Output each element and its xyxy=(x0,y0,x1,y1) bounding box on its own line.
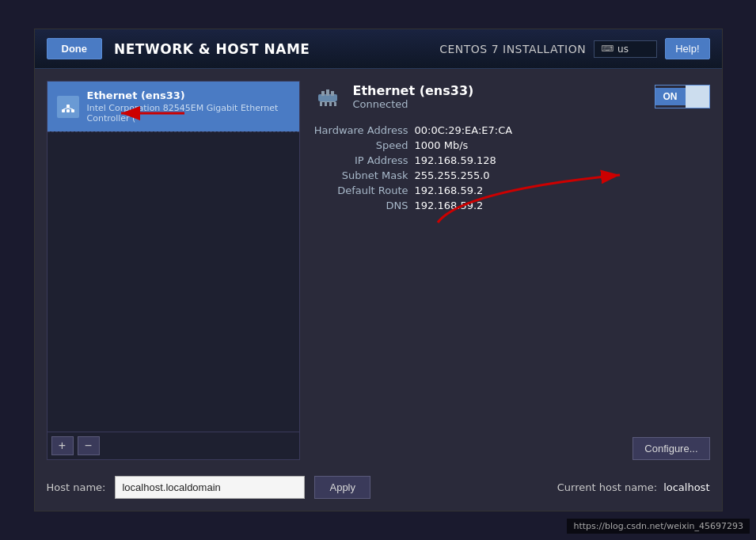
hardware-address-label: Hardware Address xyxy=(312,124,415,136)
detail-name: Ethernet (ens33) xyxy=(353,83,474,98)
ethernet-icon xyxy=(312,81,344,112)
ip-address-value: 192.168.59.128 xyxy=(415,154,496,166)
done-button[interactable]: Done xyxy=(47,38,103,59)
dns-value: 192.168.59.2 xyxy=(415,200,484,211)
default-route-row: Default Route 192.168.59.2 xyxy=(312,184,710,196)
header-left: Done NETWORK & HOST NAME xyxy=(47,38,310,59)
network-item-name: Ethernet (ens33) xyxy=(87,89,290,101)
svg-rect-0 xyxy=(62,109,65,112)
remove-network-button[interactable]: − xyxy=(78,436,100,455)
network-item-icon xyxy=(57,96,79,118)
speed-value: 1000 Mb/s xyxy=(415,139,469,151)
network-list-actions: + − xyxy=(47,432,299,459)
svg-rect-13 xyxy=(325,102,327,106)
default-route-label: Default Route xyxy=(312,184,415,196)
header: Done NETWORK & HOST NAME CENTOS 7 INSTAL… xyxy=(35,29,722,69)
svg-rect-9 xyxy=(321,91,325,96)
svg-rect-10 xyxy=(326,89,329,96)
svg-rect-12 xyxy=(320,102,322,106)
network-list-item[interactable]: Ethernet (ens33) Intel Corporation 82545… xyxy=(47,82,299,131)
network-list-empty xyxy=(47,131,299,432)
network-item-info: Ethernet (ens33) Intel Corporation 82545… xyxy=(87,89,290,124)
dns-row: DNS 192.168.59.2 xyxy=(312,200,710,211)
add-network-button[interactable]: + xyxy=(51,436,74,455)
spacer xyxy=(312,219,710,429)
page-title: NETWORK & HOST NAME xyxy=(114,41,310,57)
hardware-address-value: 00:0C:29:EA:E7:CA xyxy=(415,124,513,136)
keyboard-icon: ⌨ xyxy=(601,44,614,54)
svg-rect-15 xyxy=(334,102,336,106)
panels: Ethernet (ens33) Intel Corporation 82545… xyxy=(47,81,710,460)
detail-header: Ethernet (ens33) Connected ON xyxy=(312,81,710,112)
detail-panel: Ethernet (ens33) Connected ON Hardware A… xyxy=(312,81,710,460)
ip-address-row: IP Address 192.168.59.128 xyxy=(312,154,710,166)
main-window: Done NETWORK & HOST NAME CENTOS 7 INSTAL… xyxy=(34,29,723,511)
hostname-label: Host name: xyxy=(47,481,106,493)
speed-row: Speed 1000 Mb/s xyxy=(312,139,710,151)
toggle-on-button[interactable]: ON xyxy=(655,88,686,105)
header-right: CENTOS 7 INSTALLATION ⌨ us Help! xyxy=(439,38,709,59)
current-hostname-group: Current host name: localhost xyxy=(557,481,710,493)
current-hostname-value: localhost xyxy=(663,481,709,493)
svg-rect-1 xyxy=(66,109,70,112)
hardware-address-row: Hardware Address 00:0C:29:EA:E7:CA xyxy=(312,124,710,136)
centos-title: CENTOS 7 INSTALLATION xyxy=(439,43,586,55)
svg-line-5 xyxy=(68,108,73,109)
detail-status: Connected xyxy=(353,98,474,110)
content: Ethernet (ens33) Intel Corporation 82545… xyxy=(35,69,722,511)
dns-label: DNS xyxy=(312,200,415,211)
subnet-mask-value: 255.255.255.0 xyxy=(415,169,490,181)
hostname-bar: Host name: Apply Current host name: loca… xyxy=(47,470,710,499)
apply-button[interactable]: Apply xyxy=(314,476,370,499)
svg-rect-2 xyxy=(71,109,74,112)
speed-label: Speed xyxy=(312,139,415,151)
keyboard-layout[interactable]: ⌨ us xyxy=(594,40,657,58)
current-hostname-label: Current host name: xyxy=(557,481,657,493)
toggle-off-area[interactable] xyxy=(686,86,709,108)
hostname-input[interactable] xyxy=(115,476,305,499)
detail-header-left: Ethernet (ens33) Connected xyxy=(312,81,474,112)
configure-button[interactable]: Configure... xyxy=(633,437,709,460)
subnet-mask-label: Subnet Mask xyxy=(312,169,415,181)
footer-url: https://blog.csdn.net/weixin_45697293 xyxy=(567,519,750,534)
keyboard-layout-label: us xyxy=(617,44,629,55)
info-table: Hardware Address 00:0C:29:EA:E7:CA Speed… xyxy=(312,124,710,211)
network-list-panel: Ethernet (ens33) Intel Corporation 82545… xyxy=(47,81,300,460)
subnet-mask-row: Subnet Mask 255.255.255.0 xyxy=(312,169,710,181)
toggle-switch[interactable]: ON xyxy=(655,85,710,108)
ip-address-label: IP Address xyxy=(312,154,415,166)
svg-line-4 xyxy=(63,108,68,109)
default-route-value: 192.168.59.2 xyxy=(415,184,484,196)
help-button[interactable]: Help! xyxy=(665,38,709,59)
svg-rect-11 xyxy=(331,91,334,96)
detail-name-group: Ethernet (ens33) Connected xyxy=(353,83,474,110)
svg-rect-14 xyxy=(329,102,332,106)
network-item-desc: Intel Corporation 82545EM Gigabit Ethern… xyxy=(87,103,290,124)
